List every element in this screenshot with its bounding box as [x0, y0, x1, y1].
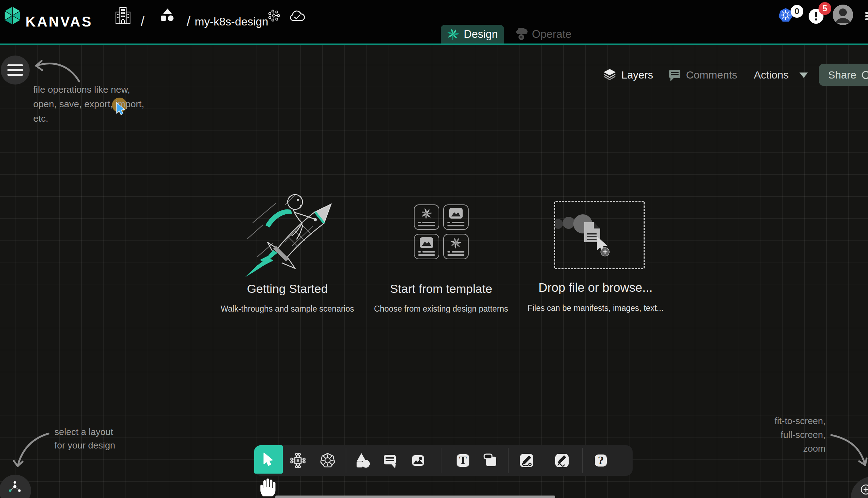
hamburger-icon — [7, 64, 23, 66]
user-avatar[interactable] — [833, 5, 853, 25]
annotation-line: full-screen, — [720, 428, 826, 442]
notification-count-badge: 5 — [819, 2, 831, 15]
cloud-saved-icon — [288, 9, 305, 23]
drop-file-zone[interactable] — [554, 201, 645, 269]
toolbar-divider — [346, 448, 346, 473]
bottom-toolbar — [254, 445, 633, 476]
environment-icon[interactable] — [158, 8, 177, 25]
tile-text-line — [447, 251, 450, 253]
template-tile[interactable] — [443, 204, 469, 230]
tile-text-line — [422, 222, 435, 223]
notification-count: 5 — [823, 4, 827, 13]
pen-path-icon — [518, 452, 535, 469]
tile-text-line — [447, 222, 450, 223]
help-button[interactable]: ? — [593, 452, 609, 469]
tile-text-line — [422, 251, 435, 253]
annotation-line: select a layout — [54, 425, 115, 439]
plus-badge-icon — [601, 248, 609, 256]
share-partial-icon — [861, 70, 868, 80]
bottom-panel-edge[interactable] — [275, 496, 555, 498]
note-tool-button[interactable] — [482, 452, 499, 469]
alert-icon — [814, 12, 818, 21]
organization-icon[interactable] — [114, 6, 132, 25]
k8s-context-count: 0 — [794, 6, 799, 16]
annotation-file-operations: file operations like new, open, save, ex… — [33, 82, 144, 126]
drop-subtitle: Files can be manifests, images, text... — [512, 303, 679, 313]
text-icon: T — [455, 452, 471, 469]
tab-design[interactable]: Design — [441, 25, 504, 44]
design-swirl-icon — [447, 28, 459, 41]
template-tile[interactable] — [443, 234, 469, 259]
actions-label: Actions — [754, 69, 788, 81]
layers-label: Layers — [621, 69, 653, 81]
cursor-arrow-icon — [263, 452, 275, 467]
template-tile[interactable] — [414, 204, 439, 230]
component-tool-button[interactable] — [290, 452, 306, 469]
tab-operate-label: Operate — [532, 28, 571, 41]
layers-button[interactable]: Layers — [603, 68, 653, 82]
component-circuit-icon — [290, 452, 306, 469]
template-gallery[interactable] — [414, 204, 469, 259]
tile-text-line — [418, 254, 435, 256]
comment-bubble-icon — [382, 452, 398, 469]
template-tile[interactable] — [414, 234, 439, 259]
pen-tool-button[interactable] — [518, 452, 535, 469]
layout-graph-icon — [8, 481, 21, 493]
tile-text-line — [418, 251, 421, 253]
design-swirl-icon — [421, 208, 433, 220]
layers-icon — [603, 69, 617, 81]
kanvas-logo[interactable] — [3, 5, 22, 26]
template-title[interactable]: Start from template — [363, 282, 519, 296]
select-tool-button[interactable] — [254, 445, 283, 474]
annotation-layout: select a layout for your design — [54, 425, 115, 452]
media-image-icon — [410, 452, 426, 469]
annotation-line: fit-to-screen, — [720, 414, 826, 428]
annotation-line: open, save, export, import, — [33, 97, 144, 111]
chevron-down-icon[interactable] — [799, 73, 808, 78]
drop-title[interactable]: Drop file or browse... — [518, 280, 673, 295]
pan-tool-button[interactable] — [258, 477, 277, 498]
actions-dropdown[interactable]: Actions — [754, 68, 788, 82]
kanvas-app: KANVAS / — [0, 0, 868, 498]
operate-icon — [515, 28, 528, 41]
kubernetes-wheel-icon — [319, 452, 336, 469]
zoom-in-icon — [860, 484, 868, 495]
comment-tool-button[interactable] — [382, 452, 398, 469]
tab-design-label: Design — [464, 28, 498, 41]
tile-text-line — [447, 254, 464, 256]
design-swirl-icon — [450, 237, 462, 249]
topbar: KANVAS / — [0, 0, 868, 45]
annotation-line: for your design — [54, 439, 115, 452]
tile-text-line — [418, 222, 421, 223]
toolbar-divider — [582, 448, 583, 473]
sketch-tool-button[interactable] — [554, 452, 570, 469]
text-glyph: T — [459, 455, 467, 467]
main-menu-button[interactable] — [1, 56, 30, 85]
mesh-sync-icon[interactable] — [267, 9, 281, 22]
media-tool-button[interactable] — [410, 452, 426, 469]
tile-text-line — [418, 225, 435, 226]
shapes-icon — [354, 452, 370, 469]
kanvas-logo-wordmark: KANVAS — [25, 0, 93, 44]
tile-text-line — [452, 222, 464, 223]
comments-button[interactable]: Comments — [668, 68, 737, 82]
annotation-line: file operations like new, — [33, 82, 144, 97]
kubernetes-tool-button[interactable] — [319, 452, 336, 469]
sketch-pencil-icon — [554, 452, 570, 469]
edge-menu-partial-icon[interactable] — [865, 12, 868, 20]
comments-icon — [668, 68, 681, 82]
tab-operate[interactable]: Operate — [509, 25, 577, 44]
design-name[interactable]: my-k8s-design — [195, 15, 268, 28]
comments-label: Comments — [686, 69, 737, 81]
toolbar-divider — [441, 448, 441, 473]
shapes-tool-button[interactable] — [354, 452, 370, 469]
getting-started-illustration[interactable] — [242, 189, 338, 279]
note-icon — [482, 452, 499, 469]
share-button[interactable]: Share — [819, 64, 868, 86]
k8s-context-count-badge[interactable]: 0 — [791, 5, 803, 18]
annotation-line: etc. — [33, 111, 144, 126]
text-tool-button[interactable]: T — [455, 452, 471, 469]
tile-text-line — [447, 225, 464, 226]
help-icon: ? — [593, 452, 609, 469]
getting-started-title[interactable]: Getting Started — [210, 282, 365, 296]
